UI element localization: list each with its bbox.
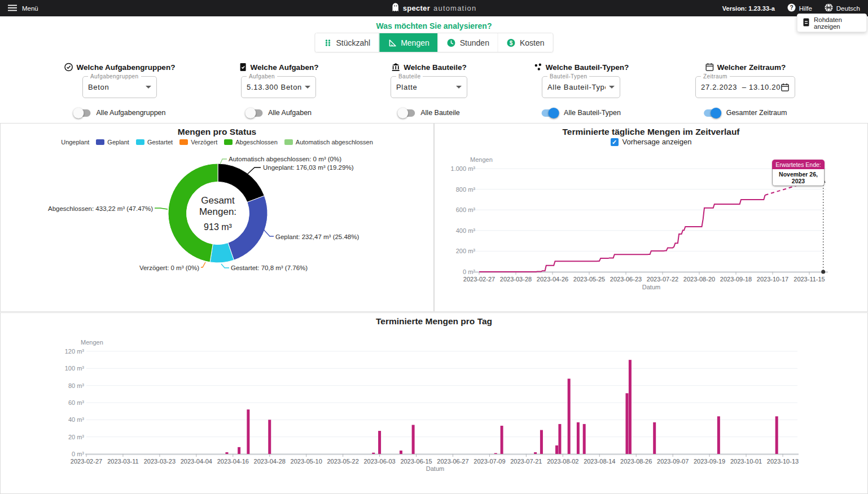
select-bauteile[interactable]: BauteilePlatte <box>391 76 467 98</box>
toggle-label: Alle Bauteil-Typen <box>564 109 621 117</box>
bar-2023-08-24[interactable] <box>629 360 632 454</box>
filter-bauteil-typen: Welche Bauteil-Typen?Bauteil-TypenAlle B… <box>542 62 620 118</box>
svg-text:2023-04-26: 2023-04-26 <box>537 276 568 283</box>
calendar-icon[interactable] <box>781 83 790 92</box>
help-icon: ? <box>787 3 796 13</box>
donut-chart[interactable]: Ungeplant: 176,03 m³ (19.29%)Geplant: 23… <box>1 124 433 311</box>
tab-stunden[interactable]: Stunden <box>438 33 498 52</box>
donut-callout: Verzögert: 0 m³ (0%) <box>139 264 199 271</box>
tab-stueckzahl[interactable]: Stückzahl <box>315 33 379 52</box>
svg-text:2023-04-16: 2023-04-16 <box>217 458 249 465</box>
svg-text:2023-05-25: 2023-05-25 <box>573 276 605 283</box>
bar-2023-07-26[interactable] <box>540 430 543 454</box>
donut-center-line2: Mengen: <box>199 206 236 217</box>
toggle-label: Gesamter Zeitraum <box>726 109 787 117</box>
bar-2023-09-01[interactable] <box>653 422 656 454</box>
select-bauteil-typen[interactable]: Bauteil-TypenAlle Bauteil-Typen <box>542 76 620 98</box>
field-label: Aufgaben <box>247 73 277 80</box>
svg-text:$: $ <box>510 39 513 46</box>
bar-2023-06-10[interactable] <box>400 451 402 454</box>
menu-button[interactable]: Menü <box>8 5 38 12</box>
svg-text:2023-06-23: 2023-06-23 <box>610 276 642 283</box>
language-button[interactable]: Deutsch <box>825 3 860 13</box>
svg-text:200 m³: 200 m³ <box>456 248 476 254</box>
timeline-chart[interactable]: 0 m³200 m³400 m³600 m³800 m³1.000 m³2023… <box>435 124 867 311</box>
donut-callout: Automatisch abgeschlossen: 0 m³ (0%) <box>229 156 341 162</box>
bar-2023-04-14[interactable] <box>225 452 228 454</box>
svg-text:40 m³: 40 m³ <box>68 416 84 423</box>
globe-icon <box>825 3 833 13</box>
expected-end-date: November 26, 2023 <box>772 169 825 186</box>
bar-2023-07-31[interactable] <box>555 446 558 454</box>
filter-question: Welche Bauteil-Typen? <box>533 63 629 72</box>
ghost-logo-icon <box>392 3 400 14</box>
bar-2023-08-23[interactable] <box>625 393 628 454</box>
field-label: Zeitraum <box>701 73 730 80</box>
toggle-switch[interactable] <box>246 109 262 117</box>
toggle-bauteil-typen[interactable]: Alle Bauteil-Typen <box>541 109 621 117</box>
cumulative-line[interactable] <box>479 195 765 272</box>
svg-text:2023-06-27: 2023-06-27 <box>437 458 468 465</box>
select-aufgaben[interactable]: Aufgaben5.13.300 Betonag… <box>241 76 316 98</box>
tab-mengen[interactable]: Mengen <box>379 33 438 52</box>
toggle-switch[interactable] <box>73 109 90 117</box>
building-icon <box>391 63 400 72</box>
bar-2023-10-11[interactable] <box>775 416 778 454</box>
bar-2023-07-13[interactable] <box>501 426 503 454</box>
bar-2023-04-21[interactable] <box>247 409 249 454</box>
x-axis-title: Datum <box>642 284 660 290</box>
field-label: Aufgabengruppen <box>88 73 141 80</box>
bar-2023-06-03[interactable] <box>378 431 381 454</box>
tab-kosten[interactable]: $Kosten <box>498 33 553 52</box>
svg-text:60 m³: 60 m³ <box>68 399 84 406</box>
toggle-switch[interactable] <box>398 109 415 117</box>
raw-data-button[interactable]: Rohdaten anzeigen <box>797 14 867 32</box>
donut-callout: Geplant: 232,47 m³ (25.48%) <box>275 233 359 240</box>
bar-2023-08-04[interactable] <box>568 379 571 454</box>
bar-2023-04-28[interactable] <box>268 420 271 454</box>
toggle-switch[interactable] <box>541 109 558 117</box>
bar-2023-08-09[interactable] <box>583 424 586 454</box>
donut-callout: Abgeschlossen: 433,22 m³ (47.47%) <box>48 205 153 212</box>
toggle-label: Alle Bauteile <box>420 109 460 117</box>
toggle-zeitraum[interactable]: Gesamter Zeitraum <box>704 109 787 117</box>
bar-2023-07-24[interactable] <box>534 452 537 454</box>
donut-callout: Gestartet: 70,8 m³ (7.76%) <box>231 264 308 271</box>
svg-text:1.000 m³: 1.000 m³ <box>451 165 476 172</box>
daily-bars-panel: Terminierte Mengen pro Tag 0 m³20 m³40 m… <box>0 312 868 494</box>
chevron-down-icon <box>609 86 615 89</box>
daily-bars-chart[interactable]: 0 m³20 m³40 m³60 m³80 m³100 m³120 m³2023… <box>1 313 867 493</box>
svg-text:2023-05-10: 2023-05-10 <box>291 458 322 465</box>
date-range-value[interactable]: 27.2.2023 – 13.10.2023 <box>701 83 781 91</box>
svg-text:2023-06-03: 2023-06-03 <box>363 458 395 465</box>
svg-text:2023-07-21: 2023-07-21 <box>510 458 542 465</box>
svg-text:2023-05-22: 2023-05-22 <box>327 458 358 465</box>
expected-end-label: Erwartetes Ende: <box>772 160 825 169</box>
bar-2023-06-01[interactable] <box>372 453 375 454</box>
toggle-aufgaben[interactable]: Alle Aufgaben <box>246 109 312 117</box>
select-aufgabengruppen[interactable]: AufgabengruppenBeton <box>82 76 157 98</box>
hamburger-icon <box>8 5 17 12</box>
select-value: 5.13.300 Betonag… <box>247 83 301 91</box>
timeline-panel: Terminierte tägliche Mengen im Zeitverla… <box>434 123 868 312</box>
bar-2023-08-07[interactable] <box>577 422 580 454</box>
bar-2023-09-22[interactable] <box>717 416 720 454</box>
svg-text:2023-10-17: 2023-10-17 <box>757 276 788 283</box>
svg-text:2023-10-13: 2023-10-13 <box>767 458 799 465</box>
select-zeitraum[interactable]: Zeitraum27.2.2023 – 13.10.2023 <box>695 76 795 98</box>
bar-2023-04-18[interactable] <box>238 447 240 454</box>
y-axis-title: Mengen <box>81 339 103 346</box>
toggle-aufgabengruppen[interactable]: Alle Aufgabengruppen <box>73 109 165 117</box>
bar-2023-06-14[interactable] <box>412 425 415 454</box>
brand-suffix: automation <box>433 4 476 12</box>
help-button[interactable]: ? Hilfe <box>787 3 812 13</box>
brand-logo: specter automation <box>392 3 477 14</box>
bar-2023-07-11[interactable] <box>494 453 497 454</box>
chevron-down-icon <box>305 86 310 89</box>
svg-text:2023-09-19: 2023-09-19 <box>694 458 725 465</box>
toggle-bauteile[interactable]: Alle Bauteile <box>398 109 460 117</box>
toggle-switch[interactable] <box>704 109 721 117</box>
filter-question: Welcher Zeitraum? <box>705 63 786 72</box>
svg-text:400 m³: 400 m³ <box>456 227 476 234</box>
bar-2023-08-01[interactable] <box>558 424 561 454</box>
